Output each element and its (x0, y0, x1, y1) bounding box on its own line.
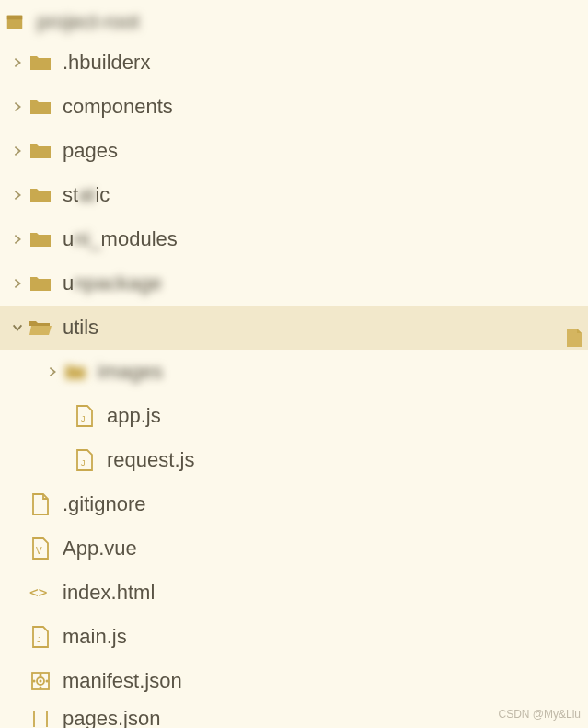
folder-icon (63, 363, 88, 381)
tree-item-label: App.vue (63, 537, 137, 560)
svg-point-10 (40, 674, 42, 676)
folder-icon (28, 142, 53, 160)
svg-text:J: J (37, 635, 41, 644)
tree-item-main-js[interactable]: J main.js (0, 615, 588, 659)
js-file-icon: J (28, 626, 53, 648)
tree-item-static[interactable]: static (0, 173, 588, 217)
tree-item-label: .gitignore (63, 492, 146, 516)
svg-text:<>: <> (29, 584, 47, 601)
tree-item-utils-subfolder[interactable]: images (0, 350, 588, 394)
tree-item-gitignore[interactable]: .gitignore (0, 482, 588, 526)
chevron-right-icon (7, 277, 28, 290)
js-file-icon: J (72, 449, 98, 471)
chevron-down-icon (7, 321, 28, 334)
chevron-right-icon (42, 365, 63, 378)
chevron-right-icon (7, 233, 28, 246)
folder-open-icon (28, 318, 53, 337)
tree-item-manifest-json[interactable]: manifest.json (0, 659, 588, 703)
tree-item-request-js[interactable]: J request.js (0, 438, 588, 482)
watermark: CSDN @My&Liu (498, 708, 581, 721)
chevron-right-icon (7, 56, 28, 69)
tree-item-index-html[interactable]: <> index.html (0, 571, 588, 615)
tree-item-label: utils (63, 316, 98, 340)
chevron-right-icon (7, 144, 28, 157)
folder-icon (28, 98, 53, 116)
file-icon (28, 493, 53, 515)
tree-item-label: .hbuilderx (63, 51, 150, 75)
tree-item-label: components (63, 95, 173, 119)
tree-item-label: uni_modules (63, 227, 178, 251)
tree-item-label: app.js (107, 404, 161, 428)
vue-file-icon: V (28, 537, 53, 560)
tree-item-unpackage[interactable]: unpackage (0, 261, 588, 306)
tree-item-label: main.js (63, 625, 127, 649)
tree-item-app-vue[interactable]: V App.vue (0, 526, 588, 571)
tree-item-label: request.js (107, 448, 194, 472)
json-file-icon (28, 671, 53, 691)
tree-item-label: images (98, 360, 163, 384)
tree-item-uni-modules[interactable]: uni_modules (0, 217, 588, 261)
svg-point-13 (46, 680, 49, 683)
svg-rect-1 (7, 16, 23, 20)
svg-point-9 (40, 680, 42, 683)
tree-root-label: project-root (37, 10, 139, 34)
file-tree: project-root .hbuilderx components pages (0, 0, 588, 728)
json-file-icon (28, 709, 53, 728)
folder-icon (28, 53, 53, 72)
tree-item-label: pages.json (63, 707, 160, 728)
tree-item-label: manifest.json (63, 669, 182, 693)
html-file-icon: <> (28, 584, 53, 602)
svg-point-12 (33, 680, 36, 683)
tree-item-app-js[interactable]: J app.js (0, 394, 588, 438)
tree-item-label: index.html (63, 581, 155, 605)
chevron-right-icon (7, 189, 28, 202)
tree-item-label: pages (63, 139, 118, 163)
svg-point-11 (40, 687, 42, 689)
js-file-icon: J (72, 405, 98, 427)
chevron-right-icon (7, 100, 28, 113)
tree-root-row[interactable]: project-root (0, 4, 588, 40)
tree-item-label: unpackage (63, 272, 162, 295)
svg-text:J: J (81, 414, 86, 423)
folder-icon (28, 186, 53, 204)
tree-item-hbuilderx[interactable]: .hbuilderx (0, 40, 588, 85)
new-file-icon[interactable] (566, 328, 582, 348)
svg-text:J: J (81, 458, 86, 468)
folder-icon (28, 274, 53, 293)
svg-text:V: V (36, 546, 42, 556)
project-icon (2, 12, 28, 32)
tree-item-label: static (63, 183, 110, 207)
tree-item-utils[interactable]: utils (0, 306, 588, 350)
folder-icon (28, 230, 53, 248)
tree-item-pages[interactable]: pages (0, 129, 588, 173)
tree-item-components[interactable]: components (0, 85, 588, 129)
